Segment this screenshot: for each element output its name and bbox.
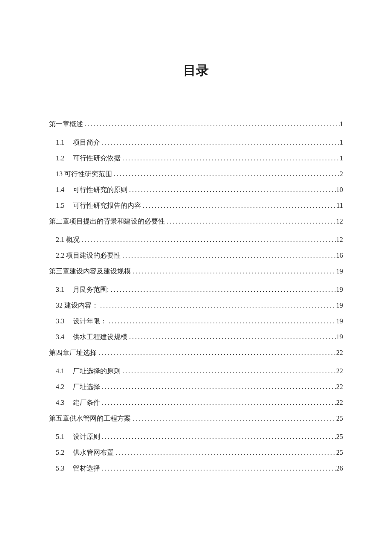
toc-leader-dots bbox=[107, 317, 336, 325]
toc-leader-dots bbox=[112, 170, 340, 178]
toc-section-entry: 1.5可行性研究报告的内容11 bbox=[49, 201, 343, 210]
toc-leader-dots bbox=[121, 154, 340, 162]
toc-section-entry: 4.1厂址选择的原则22 bbox=[49, 367, 343, 376]
toc-section-entry: 2.2 项目建设的必要性16 bbox=[49, 251, 343, 260]
document-page: 目录 第一章概述11.1项目简介11.2可行性研究依据113 可行性研究范围21… bbox=[0, 0, 392, 473]
toc-entry-page: 22 bbox=[336, 399, 343, 407]
toc-entry-page: 11 bbox=[337, 202, 343, 209]
toc-leader-dots bbox=[114, 449, 336, 456]
toc-entry-page: 19 bbox=[336, 267, 343, 275]
toc-entry-label: 第二章项目提出的背景和建设的必要性 bbox=[49, 217, 165, 226]
toc-entry-label: 月艮务范围: bbox=[73, 285, 109, 294]
toc-leader-dots bbox=[80, 236, 336, 244]
toc-entry-number: 4.3 bbox=[56, 399, 73, 407]
toc-entry-page: 22 bbox=[336, 383, 343, 391]
toc-entry-label: 设计原则 bbox=[73, 433, 100, 442]
table-of-contents: 第一章概述11.1项目简介11.2可行性研究依据113 可行性研究范围21.4可… bbox=[49, 120, 343, 473]
page-title: 目录 bbox=[49, 62, 343, 79]
toc-section-entry: 2.1 概况12 bbox=[49, 235, 343, 244]
toc-entry-number: 3.4 bbox=[56, 333, 73, 341]
toc-leader-dots bbox=[141, 202, 337, 209]
toc-entry-number: 3.1 bbox=[56, 286, 73, 293]
toc-entry-label: 厂址选择 bbox=[73, 383, 100, 392]
toc-entry-label: 32 建设内容： bbox=[56, 301, 98, 310]
toc-entry-label: 设计年限： bbox=[73, 317, 107, 326]
toc-entry-page: 25 bbox=[336, 433, 343, 441]
toc-section-entry: 3.3设计年限：19 bbox=[49, 317, 343, 326]
toc-entry-page: 1 bbox=[340, 154, 343, 162]
toc-leader-dots bbox=[127, 186, 336, 194]
toc-section-entry: 4.2厂址选择22 bbox=[49, 383, 343, 392]
toc-section-entry: 32 建设内容：19 bbox=[49, 301, 343, 310]
toc-chapter-entry: 第三章建设内容及建设规模19 bbox=[49, 267, 343, 276]
toc-entry-page: 22 bbox=[336, 349, 343, 357]
toc-section-entry: 3.4供水工程建设规模19 bbox=[49, 333, 343, 342]
toc-entry-label: 第五章供水管网的工程方案 bbox=[49, 414, 131, 423]
toc-chapter-entry: 第四章厂址选择22 bbox=[49, 349, 343, 357]
toc-entry-label: 项目简介 bbox=[73, 138, 100, 147]
toc-entry-number: 5.1 bbox=[56, 433, 73, 441]
toc-entry-page: 12 bbox=[336, 236, 343, 244]
toc-entry-page: 22 bbox=[336, 367, 343, 375]
toc-leader-dots bbox=[109, 286, 336, 293]
toc-section-entry: 1.2可行性研究依据1 bbox=[49, 154, 343, 163]
toc-entry-page: 1 bbox=[340, 139, 343, 146]
toc-entry-page: 2 bbox=[340, 170, 343, 178]
toc-section-entry: 4.3建厂条件22 bbox=[49, 398, 343, 407]
toc-section-entry: 13 可行性研究范围2 bbox=[49, 170, 343, 179]
toc-entry-label: 2.1 概况 bbox=[56, 235, 80, 244]
toc-leader-dots bbox=[100, 383, 336, 391]
toc-entry-label: 13 可行性研究范围 bbox=[56, 170, 112, 179]
toc-leader-dots bbox=[127, 333, 336, 341]
toc-leader-dots bbox=[83, 120, 340, 128]
toc-section-entry: 1.1项目简介1 bbox=[49, 138, 343, 147]
toc-entry-page: 25 bbox=[336, 415, 343, 422]
toc-leader-dots bbox=[100, 433, 336, 441]
toc-entry-page: 19 bbox=[336, 286, 343, 293]
toc-chapter-entry: 第二章项目提出的背景和建设的必要性12 bbox=[49, 217, 343, 226]
toc-entry-page: 19 bbox=[336, 302, 343, 309]
toc-entry-page: 26 bbox=[336, 465, 343, 472]
toc-section-entry: 5.1设计原则25 bbox=[49, 433, 343, 442]
toc-entry-page: 19 bbox=[336, 333, 343, 341]
toc-entry-label: 管材选择 bbox=[73, 464, 100, 473]
toc-entry-number: 5.2 bbox=[56, 449, 73, 456]
toc-entry-label: 第四章厂址选择 bbox=[49, 349, 97, 357]
toc-entry-page: 16 bbox=[336, 252, 343, 259]
toc-chapter-entry: 第五章供水管网的工程方案25 bbox=[49, 414, 343, 423]
toc-entry-label: 可行性研究依据 bbox=[73, 154, 121, 163]
toc-leader-dots bbox=[131, 267, 336, 275]
toc-entry-page: 19 bbox=[336, 317, 343, 325]
toc-chapter-entry: 第一章概述1 bbox=[49, 120, 343, 129]
toc-entry-number: 3.3 bbox=[56, 317, 73, 325]
toc-entry-page: 25 bbox=[336, 449, 343, 456]
toc-entry-label: 第三章建设内容及建设规模 bbox=[49, 267, 131, 276]
toc-section-entry: 3.1月艮务范围:19 bbox=[49, 285, 343, 294]
toc-entry-number: 1.5 bbox=[56, 202, 73, 209]
toc-entry-label: 厂址选择的原则 bbox=[73, 367, 121, 376]
toc-leader-dots bbox=[165, 218, 336, 225]
toc-entry-label: 第一章概述 bbox=[49, 120, 83, 129]
toc-entry-number: 1.2 bbox=[56, 154, 73, 162]
toc-entry-number: 1.4 bbox=[56, 186, 73, 194]
toc-leader-dots bbox=[100, 465, 336, 472]
toc-entry-page: 10 bbox=[336, 186, 343, 194]
toc-leader-dots bbox=[121, 252, 336, 259]
toc-leader-dots bbox=[100, 139, 340, 146]
toc-entry-label: 可行性研究的原则 bbox=[73, 186, 127, 195]
toc-entry-page: 1 bbox=[340, 120, 343, 128]
toc-entry-label: 2.2 项目建设的必要性 bbox=[56, 251, 121, 260]
toc-section-entry: 1.4可行性研究的原则10 bbox=[49, 186, 343, 195]
toc-entry-number: 5.3 bbox=[56, 465, 73, 472]
toc-entry-label: 可行性研究报告的内容 bbox=[73, 201, 141, 210]
toc-section-entry: 5.3管材选择26 bbox=[49, 464, 343, 473]
toc-leader-dots bbox=[100, 399, 336, 407]
toc-leader-dots bbox=[98, 302, 336, 309]
toc-leader-dots bbox=[97, 349, 336, 357]
toc-entry-number: 1.1 bbox=[56, 139, 73, 146]
toc-entry-label: 建厂条件 bbox=[73, 398, 100, 407]
toc-leader-dots bbox=[131, 415, 336, 422]
toc-leader-dots bbox=[121, 367, 336, 375]
toc-entry-number: 4.2 bbox=[56, 383, 73, 391]
toc-entry-number: 4.1 bbox=[56, 367, 73, 375]
